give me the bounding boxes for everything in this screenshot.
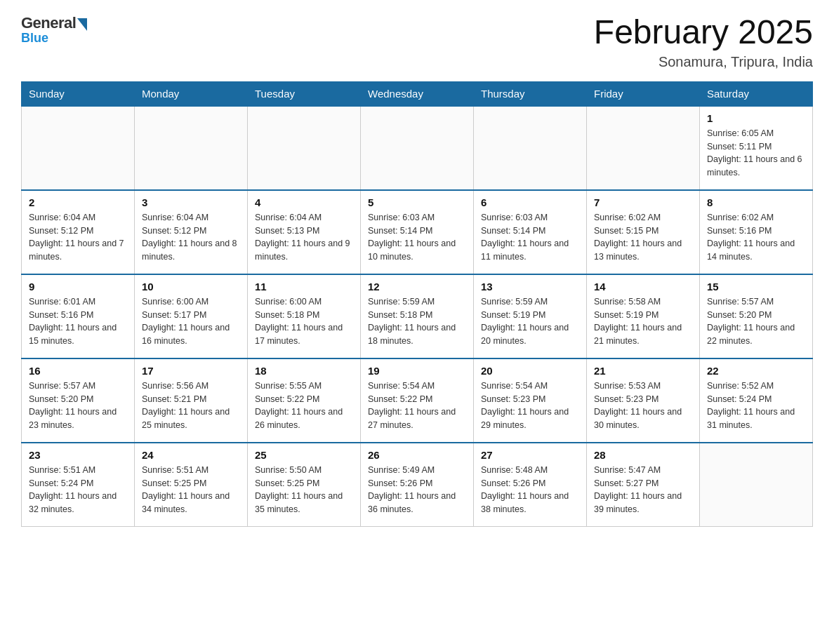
calendar-cell [474,106,587,190]
day-info: Sunrise: 6:00 AMSunset: 5:18 PMDaylight:… [255,295,353,348]
day-info: Sunrise: 5:57 AMSunset: 5:20 PMDaylight:… [29,380,127,432]
calendar-cell: 19Sunrise: 5:54 AMSunset: 5:22 PMDayligh… [361,358,474,443]
day-info: Sunrise: 5:51 AMSunset: 5:25 PMDaylight:… [142,464,240,516]
calendar-cell: 10Sunrise: 6:00 AMSunset: 5:17 PMDayligh… [135,274,248,358]
day-number: 24 [142,449,240,461]
day-info: Sunrise: 6:00 AMSunset: 5:17 PMDaylight:… [142,295,240,348]
day-number: 27 [481,449,579,461]
calendar-cell: 20Sunrise: 5:54 AMSunset: 5:23 PMDayligh… [474,358,587,443]
weekday-header-saturday: Saturday [700,81,813,106]
day-number: 4 [255,196,353,208]
day-number: 18 [255,365,353,377]
day-number: 2 [29,196,127,208]
calendar-cell: 4Sunrise: 6:04 AMSunset: 5:13 PMDaylight… [248,190,361,274]
day-info: Sunrise: 5:54 AMSunset: 5:22 PMDaylight:… [368,380,466,432]
day-number: 15 [707,281,805,293]
day-number: 12 [368,281,466,293]
calendar-week-1: 1Sunrise: 6:05 AMSunset: 5:11 PMDaylight… [22,106,813,190]
calendar-week-5: 23Sunrise: 5:51 AMSunset: 5:24 PMDayligh… [22,443,813,527]
day-number: 16 [29,365,127,377]
calendar-cell: 6Sunrise: 6:03 AMSunset: 5:14 PMDaylight… [474,190,587,274]
day-info: Sunrise: 6:05 AMSunset: 5:11 PMDaylight:… [707,127,805,180]
day-number: 20 [481,365,579,377]
logo: General Blue [21,14,87,46]
day-number: 3 [142,196,240,208]
calendar-cell: 18Sunrise: 5:55 AMSunset: 5:22 PMDayligh… [248,358,361,443]
day-info: Sunrise: 6:04 AMSunset: 5:12 PMDaylight:… [142,211,240,264]
day-info: Sunrise: 6:03 AMSunset: 5:14 PMDaylight:… [368,211,466,264]
calendar-cell [587,106,700,190]
calendar-cell: 28Sunrise: 5:47 AMSunset: 5:27 PMDayligh… [587,443,700,527]
calendar-cell: 25Sunrise: 5:50 AMSunset: 5:25 PMDayligh… [248,443,361,527]
day-info: Sunrise: 6:01 AMSunset: 5:16 PMDaylight:… [29,295,127,348]
calendar-cell: 22Sunrise: 5:52 AMSunset: 5:24 PMDayligh… [700,358,813,443]
calendar-cell: 8Sunrise: 6:02 AMSunset: 5:16 PMDaylight… [700,190,813,274]
day-info: Sunrise: 6:04 AMSunset: 5:12 PMDaylight:… [29,211,127,264]
day-number: 9 [29,281,127,293]
day-number: 14 [594,281,692,293]
day-info: Sunrise: 6:02 AMSunset: 5:15 PMDaylight:… [594,211,692,264]
location-title: Sonamura, Tripura, India [594,54,813,70]
day-number: 13 [481,281,579,293]
calendar-cell [135,106,248,190]
day-info: Sunrise: 5:59 AMSunset: 5:19 PMDaylight:… [481,295,579,348]
calendar-cell [248,106,361,190]
day-info: Sunrise: 5:47 AMSunset: 5:27 PMDaylight:… [594,464,692,516]
day-info: Sunrise: 5:54 AMSunset: 5:23 PMDaylight:… [481,380,579,432]
day-info: Sunrise: 5:58 AMSunset: 5:19 PMDaylight:… [594,295,692,348]
calendar-cell: 24Sunrise: 5:51 AMSunset: 5:25 PMDayligh… [135,443,248,527]
day-number: 25 [255,449,353,461]
day-number: 10 [142,281,240,293]
day-info: Sunrise: 5:48 AMSunset: 5:26 PMDaylight:… [481,464,579,516]
day-info: Sunrise: 5:55 AMSunset: 5:22 PMDaylight:… [255,380,353,432]
day-number: 23 [29,449,127,461]
day-number: 6 [481,196,579,208]
page-header: General Blue February 2025 Sonamura, Tri… [21,14,813,70]
calendar-cell: 1Sunrise: 6:05 AMSunset: 5:11 PMDaylight… [700,106,813,190]
calendar-cell: 13Sunrise: 5:59 AMSunset: 5:19 PMDayligh… [474,274,587,358]
logo-blue-text: Blue [21,31,48,46]
month-title: February 2025 [594,14,813,51]
calendar-cell [22,106,135,190]
calendar-cell: 12Sunrise: 5:59 AMSunset: 5:18 PMDayligh… [361,274,474,358]
logo-general-text: General [21,14,76,32]
day-info: Sunrise: 5:53 AMSunset: 5:23 PMDaylight:… [594,380,692,432]
calendar-cell: 27Sunrise: 5:48 AMSunset: 5:26 PMDayligh… [474,443,587,527]
day-info: Sunrise: 5:52 AMSunset: 5:24 PMDaylight:… [707,380,805,432]
day-number: 28 [594,449,692,461]
day-number: 7 [594,196,692,208]
day-info: Sunrise: 5:51 AMSunset: 5:24 PMDaylight:… [29,464,127,516]
day-info: Sunrise: 5:59 AMSunset: 5:18 PMDaylight:… [368,295,466,348]
calendar-cell: 5Sunrise: 6:03 AMSunset: 5:14 PMDaylight… [361,190,474,274]
day-info: Sunrise: 5:56 AMSunset: 5:21 PMDaylight:… [142,380,240,432]
calendar-cell [361,106,474,190]
day-info: Sunrise: 5:49 AMSunset: 5:26 PMDaylight:… [368,464,466,516]
calendar-week-2: 2Sunrise: 6:04 AMSunset: 5:12 PMDaylight… [22,190,813,274]
calendar-cell: 21Sunrise: 5:53 AMSunset: 5:23 PMDayligh… [587,358,700,443]
calendar-table: SundayMondayTuesdayWednesdayThursdayFrid… [21,81,813,528]
weekday-header-row: SundayMondayTuesdayWednesdayThursdayFrid… [22,81,813,106]
day-number: 5 [368,196,466,208]
weekday-header-sunday: Sunday [22,81,135,106]
calendar-week-3: 9Sunrise: 6:01 AMSunset: 5:16 PMDaylight… [22,274,813,358]
day-number: 26 [368,449,466,461]
day-number: 19 [368,365,466,377]
calendar-week-4: 16Sunrise: 5:57 AMSunset: 5:20 PMDayligh… [22,358,813,443]
calendar-cell: 2Sunrise: 6:04 AMSunset: 5:12 PMDaylight… [22,190,135,274]
calendar-cell: 7Sunrise: 6:02 AMSunset: 5:15 PMDaylight… [587,190,700,274]
day-number: 22 [707,365,805,377]
day-info: Sunrise: 6:04 AMSunset: 5:13 PMDaylight:… [255,211,353,264]
calendar-cell: 3Sunrise: 6:04 AMSunset: 5:12 PMDaylight… [135,190,248,274]
calendar-cell: 15Sunrise: 5:57 AMSunset: 5:20 PMDayligh… [700,274,813,358]
logo-arrow-icon [77,18,87,31]
calendar-cell: 26Sunrise: 5:49 AMSunset: 5:26 PMDayligh… [361,443,474,527]
weekday-header-tuesday: Tuesday [248,81,361,106]
weekday-header-monday: Monday [135,81,248,106]
calendar-cell [700,443,813,527]
weekday-header-friday: Friday [587,81,700,106]
day-info: Sunrise: 6:02 AMSunset: 5:16 PMDaylight:… [707,211,805,264]
day-number: 21 [594,365,692,377]
calendar-cell: 16Sunrise: 5:57 AMSunset: 5:20 PMDayligh… [22,358,135,443]
day-info: Sunrise: 6:03 AMSunset: 5:14 PMDaylight:… [481,211,579,264]
weekday-header-thursday: Thursday [474,81,587,106]
